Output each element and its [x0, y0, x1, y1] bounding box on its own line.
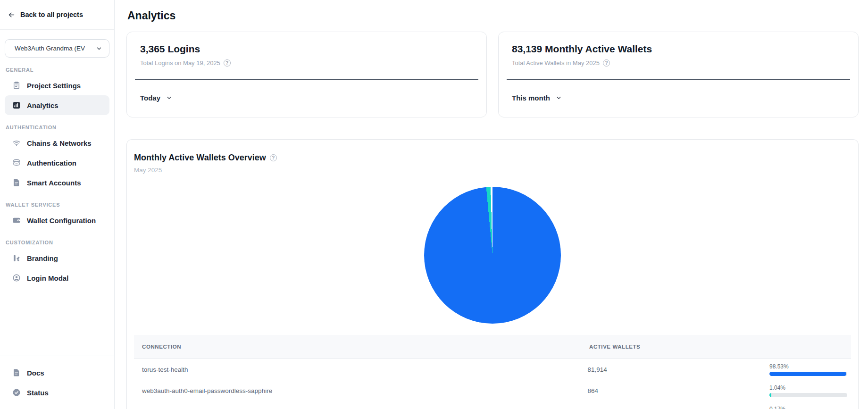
- sidebar-item-label: Analytics: [27, 101, 58, 109]
- wifi-icon: [12, 139, 21, 148]
- active-wallets-cell: 81,914: [587, 366, 769, 373]
- sidebar: Back to all projects Web3Auth Grandma (E…: [0, 0, 115, 409]
- main-content: Analytics 3,365 Logins Total Logins on M…: [115, 0, 868, 409]
- sidebar-item-label: Docs: [27, 369, 44, 377]
- percentage-label: 1.04%: [769, 384, 847, 391]
- sidebar-section-label: Authentication: [6, 125, 107, 130]
- app-root: Back to all projects Web3Auth Grandma (E…: [0, 0, 868, 409]
- chart-axis-line: [507, 79, 850, 80]
- overview-subtitle: May 2025: [134, 167, 851, 174]
- table-header-row: Connection Active Wallets: [134, 335, 851, 359]
- user-circle-icon: [12, 274, 21, 283]
- sidebar-section-label: General: [6, 67, 107, 73]
- sidebar-nav: Web3Auth Grandma (EV GeneralProject Sett…: [0, 30, 114, 356]
- sidebar-item-label: Login Modal: [27, 274, 68, 282]
- table-row: web3auth-google-sapphire1450.17%: [134, 401, 851, 409]
- sidebar-item-label: Status: [27, 389, 49, 397]
- active-wallets-value: 83,139 Monthly Active Wallets: [512, 43, 845, 55]
- connection-cell: torus-test-health: [134, 366, 587, 373]
- logins-stat-card: 3,365 Logins Total Logins on May 19, 202…: [126, 32, 487, 117]
- sidebar-item-label: Branding: [27, 254, 58, 262]
- percentage-cell: 0.17%: [769, 406, 851, 409]
- connection-cell: web3auth-auth0-email-passwordless-sapphi…: [134, 387, 587, 394]
- chevron-down-icon: [96, 45, 102, 52]
- sidebar-item-authentication[interactable]: Authentication: [5, 153, 109, 173]
- percentage-label: 0.17%: [769, 406, 847, 409]
- logins-subtitle: Total Logins on May 19, 2025: [140, 59, 220, 67]
- active-wallets-pie-chart[interactable]: [424, 187, 561, 324]
- database-icon: [12, 159, 21, 167]
- percentage-bar-track: [769, 393, 847, 397]
- sidebar-item-label: Smart Accounts: [27, 179, 81, 187]
- active-wallets-range-label: This month: [512, 94, 550, 102]
- back-to-projects-button[interactable]: Back to all projects: [8, 11, 83, 19]
- percentage-bar-track: [769, 372, 847, 376]
- percentage-cell: 98.53%: [769, 363, 851, 376]
- document-icon: [12, 368, 21, 377]
- monthly-active-wallets-overview-card: Monthly Active Wallets Overview ? May 20…: [126, 139, 859, 409]
- column-header-connection: Connection: [134, 344, 589, 350]
- back-to-projects-label: Back to all projects: [20, 11, 83, 18]
- active-wallets-subtitle: Total Active Wallets in May 2025: [512, 59, 600, 67]
- percentage-label: 98.53%: [769, 363, 847, 370]
- sidebar-item-login-modal[interactable]: Login Modal: [5, 268, 109, 288]
- sidebar-section-label: Wallet Services: [6, 202, 107, 208]
- sidebar-item-smart-accounts[interactable]: Smart Accounts: [5, 173, 109, 192]
- percentage-bar-fill: [769, 372, 846, 376]
- sidebar-item-chains-networks[interactable]: Chains & Networks: [5, 133, 109, 153]
- project-select-value: Web3Auth Grandma (EV: [15, 45, 85, 52]
- help-icon[interactable]: ?: [224, 59, 231, 67]
- sidebar-item-label: Authentication: [27, 159, 76, 167]
- sidebar-item-analytics[interactable]: Analytics: [5, 95, 109, 115]
- table-row: torus-test-health81,91498.53%: [134, 359, 851, 380]
- document-icon: [12, 178, 21, 187]
- sidebar-section-label: Customization: [6, 240, 107, 245]
- table-row: web3auth-auth0-email-passwordless-sapphi…: [134, 380, 851, 401]
- check-circle-icon: [12, 388, 21, 397]
- sidebar-header: Back to all projects: [0, 0, 114, 30]
- arrow-left-icon: [8, 11, 16, 19]
- sidebar-item-label: Wallet Configuration: [27, 217, 96, 225]
- connections-table: Connection Active Wallets torus-test-hea…: [134, 335, 851, 409]
- branding-icon: [12, 254, 21, 263]
- logins-value: 3,365 Logins: [140, 43, 473, 55]
- analytics-icon: [12, 101, 21, 110]
- pie-chart-container: [134, 187, 851, 324]
- percentage-cell: 1.04%: [769, 384, 851, 397]
- sidebar-item-branding[interactable]: Branding: [5, 248, 109, 268]
- column-header-active-wallets: Active Wallets: [589, 344, 772, 350]
- sidebar-item-status[interactable]: Status: [5, 383, 109, 402]
- stat-cards-row: 3,365 Logins Total Logins on May 19, 202…: [126, 32, 859, 117]
- overview-title: Monthly Active Wallets Overview: [134, 153, 266, 163]
- logins-range-dropdown[interactable]: Today: [140, 94, 172, 102]
- sidebar-footer: DocsStatus: [0, 356, 114, 409]
- clipboard-icon: [12, 81, 21, 90]
- active-wallets-stat-card: 83,139 Monthly Active Wallets Total Acti…: [498, 32, 859, 117]
- percentage-bar-fill: [769, 393, 771, 397]
- sidebar-item-project-settings[interactable]: Project Settings: [5, 75, 109, 95]
- chart-axis-line: [135, 79, 478, 80]
- active-wallets-range-dropdown[interactable]: This month: [512, 94, 562, 102]
- project-select[interactable]: Web3Auth Grandma (EV: [5, 39, 109, 58]
- sidebar-item-label: Project Settings: [27, 82, 81, 90]
- sidebar-item-wallet-configuration[interactable]: Wallet Configuration: [5, 210, 109, 230]
- logins-range-label: Today: [140, 94, 160, 102]
- chevron-down-icon: [556, 95, 562, 101]
- wallet-icon: [12, 216, 21, 225]
- sidebar-item-label: Chains & Networks: [27, 139, 92, 147]
- chevron-down-icon: [166, 95, 172, 101]
- page-title: Analytics: [127, 9, 859, 22]
- active-wallets-cell: 864: [587, 387, 769, 394]
- help-icon[interactable]: ?: [270, 154, 277, 161]
- help-icon[interactable]: ?: [603, 59, 610, 67]
- sidebar-item-docs[interactable]: Docs: [5, 363, 109, 383]
